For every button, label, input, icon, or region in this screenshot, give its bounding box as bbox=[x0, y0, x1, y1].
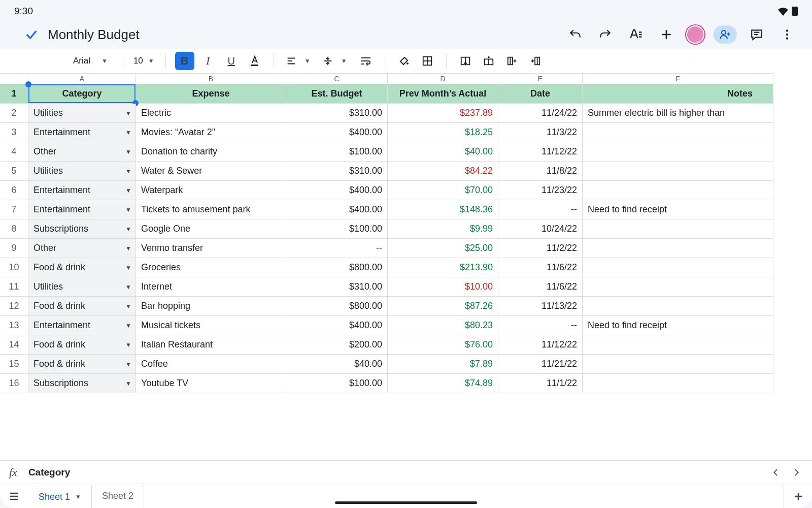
col-header[interactable]: F bbox=[583, 73, 773, 84]
italic-button[interactable]: I bbox=[198, 52, 218, 70]
cell[interactable]: Venmo transfer bbox=[136, 239, 286, 258]
fill-color-button[interactable] bbox=[394, 52, 414, 70]
cell[interactable]: $800.00 bbox=[286, 297, 388, 316]
row-number[interactable]: 3 bbox=[0, 123, 28, 142]
cell[interactable]: 11/8/22 bbox=[498, 162, 583, 181]
cell[interactable]: -- bbox=[498, 316, 583, 335]
done-icon[interactable] bbox=[24, 27, 39, 42]
cell[interactable]: $100.00 bbox=[286, 374, 388, 393]
cell[interactable]: Expense bbox=[136, 84, 286, 104]
cell[interactable]: $9.99 bbox=[388, 219, 498, 239]
text-format-button[interactable] bbox=[625, 24, 647, 45]
cell[interactable]: $7.89 bbox=[388, 355, 498, 374]
cell[interactable] bbox=[583, 297, 773, 316]
row-number[interactable]: 5 bbox=[0, 162, 28, 181]
cell[interactable]: Need to find receipt bbox=[583, 200, 773, 219]
row-number[interactable]: 9 bbox=[0, 239, 28, 258]
insert-cells-button[interactable] bbox=[479, 52, 498, 70]
redo-button[interactable] bbox=[595, 24, 616, 45]
share-button[interactable] bbox=[714, 25, 737, 44]
category-dropdown-cell[interactable]: Entertainment▼ bbox=[28, 181, 136, 200]
cell[interactable]: $237.89 bbox=[388, 104, 498, 123]
cell[interactable]: Notes bbox=[583, 84, 773, 104]
category-dropdown-cell[interactable]: Entertainment▼ bbox=[28, 123, 136, 142]
prev-icon[interactable] bbox=[771, 468, 781, 477]
category-dropdown-cell[interactable]: Entertainment▼ bbox=[28, 200, 136, 219]
cell[interactable]: $100.00 bbox=[286, 219, 388, 239]
borders-button[interactable] bbox=[418, 52, 437, 70]
cell[interactable]: 10/24/22 bbox=[498, 219, 583, 239]
cell[interactable]: $80.23 bbox=[388, 316, 498, 335]
category-dropdown-cell[interactable]: Other▼ bbox=[28, 239, 136, 258]
cell[interactable]: 11/21/22 bbox=[498, 355, 583, 374]
account-avatar[interactable] bbox=[686, 25, 704, 44]
cell[interactable]: -- bbox=[286, 239, 388, 258]
row-number[interactable]: 16 bbox=[0, 374, 28, 393]
cell[interactable]: $400.00 bbox=[286, 316, 388, 335]
cell[interactable]: Italian Restaurant bbox=[136, 335, 286, 355]
col-header[interactable]: B bbox=[136, 73, 286, 84]
row-number[interactable]: 12 bbox=[0, 297, 28, 316]
cell[interactable] bbox=[583, 162, 773, 181]
freeze-button[interactable] bbox=[456, 52, 475, 70]
row-number[interactable]: 11 bbox=[0, 277, 28, 297]
cell[interactable]: $74.89 bbox=[388, 374, 498, 393]
cell[interactable]: Donation to charity bbox=[136, 142, 286, 162]
cell[interactable]: Water & Sewer bbox=[136, 162, 286, 181]
category-dropdown-cell[interactable]: Food & drink▼ bbox=[28, 258, 136, 277]
cell[interactable] bbox=[583, 335, 773, 355]
cell[interactable]: $40.00 bbox=[286, 355, 388, 374]
cell[interactable]: 11/6/22 bbox=[498, 277, 583, 297]
insert-button[interactable] bbox=[656, 24, 677, 45]
cell[interactable]: 11/3/22 bbox=[498, 123, 583, 142]
cell[interactable]: $84.22 bbox=[388, 162, 498, 181]
cell[interactable]: $25.00 bbox=[388, 239, 498, 258]
cell[interactable]: $400.00 bbox=[286, 123, 388, 142]
cell[interactable]: Date bbox=[498, 84, 583, 104]
cell[interactable]: $400.00 bbox=[286, 181, 388, 200]
cell[interactable]: $400.00 bbox=[286, 200, 388, 219]
add-sheet-button[interactable] bbox=[784, 484, 812, 509]
col-header[interactable]: C bbox=[286, 73, 388, 84]
cell[interactable]: -- bbox=[498, 200, 583, 219]
col-header[interactable]: D bbox=[388, 73, 498, 84]
cell[interactable]: 11/12/22 bbox=[498, 142, 583, 162]
category-dropdown-cell[interactable]: Other▼ bbox=[28, 142, 136, 162]
cell[interactable]: Internet bbox=[136, 277, 286, 297]
row-number[interactable]: 8 bbox=[0, 219, 28, 239]
cell[interactable]: Est. Budget bbox=[286, 84, 388, 104]
cell[interactable] bbox=[583, 258, 773, 277]
col-header[interactable]: A bbox=[28, 73, 136, 84]
undo-button[interactable] bbox=[564, 24, 586, 45]
formula-bar[interactable]: fx Category bbox=[0, 460, 812, 484]
cell[interactable]: $76.00 bbox=[388, 335, 498, 355]
cell[interactable] bbox=[583, 277, 773, 297]
insert-column-right-button[interactable] bbox=[502, 52, 522, 70]
cell[interactable]: Prev Month’s Actual bbox=[388, 84, 498, 104]
sheet-tab-active[interactable]: Sheet 1▼ bbox=[28, 484, 92, 509]
cell[interactable] bbox=[583, 219, 773, 239]
cell[interactable]: Category bbox=[28, 84, 136, 104]
category-dropdown-cell[interactable]: Food & drink▼ bbox=[28, 335, 136, 355]
cell[interactable]: $100.00 bbox=[286, 142, 388, 162]
category-dropdown-cell[interactable]: Utilities▼ bbox=[28, 162, 136, 181]
font-family-select[interactable]: Arial▼ bbox=[68, 56, 113, 66]
cell[interactable]: Musical tickets bbox=[136, 316, 286, 335]
cell[interactable]: Google One bbox=[136, 219, 286, 239]
horizontal-align-button[interactable]: ▼ bbox=[283, 52, 316, 70]
cell[interactable]: Need to find receipt bbox=[583, 316, 773, 335]
document-title[interactable]: Monthly Budget bbox=[48, 27, 140, 43]
cell[interactable] bbox=[583, 239, 773, 258]
more-menu-button[interactable] bbox=[776, 24, 798, 45]
font-size-select[interactable]: 10▼ bbox=[131, 56, 156, 66]
spreadsheet-grid[interactable]: A B C D E F 1CategoryExpenseEst. BudgetP… bbox=[0, 73, 812, 460]
category-dropdown-cell[interactable]: Utilities▼ bbox=[28, 104, 136, 123]
sheet-tab[interactable]: Sheet 2 bbox=[92, 484, 144, 509]
bold-button[interactable]: B bbox=[175, 52, 194, 70]
cell[interactable]: Bar hopping bbox=[136, 297, 286, 316]
category-dropdown-cell[interactable]: Entertainment▼ bbox=[28, 316, 136, 335]
category-dropdown-cell[interactable]: Food & drink▼ bbox=[28, 297, 136, 316]
cell[interactable]: Movies: “Avatar 2” bbox=[136, 123, 286, 142]
cell[interactable]: Youtube TV bbox=[136, 374, 286, 393]
cell[interactable]: $200.00 bbox=[286, 335, 388, 355]
